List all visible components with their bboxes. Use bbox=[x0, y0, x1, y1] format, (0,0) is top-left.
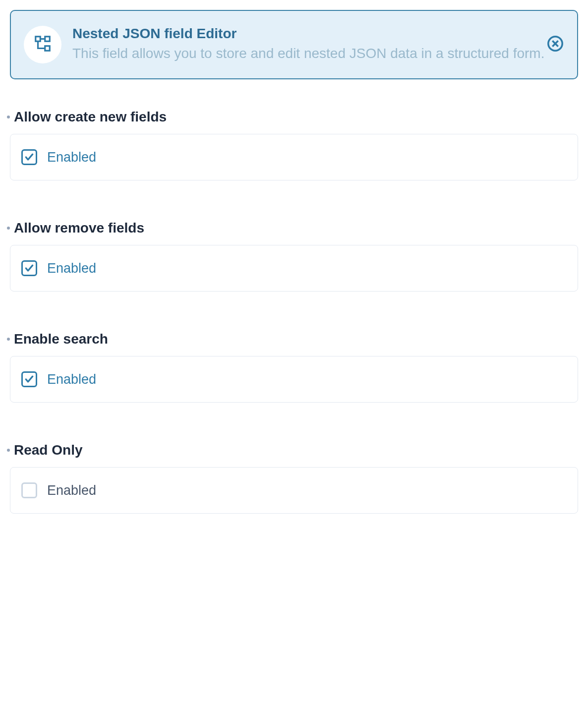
checkbox-label: Enabled bbox=[47, 150, 96, 165]
bullet-icon bbox=[7, 227, 10, 230]
checkbox-allow-create[interactable] bbox=[21, 149, 37, 165]
field-label-row: Allow create new fields bbox=[7, 109, 578, 125]
field-label: Allow remove fields bbox=[14, 220, 144, 236]
check-icon bbox=[24, 263, 34, 273]
field-label: Enable search bbox=[14, 331, 108, 347]
close-button[interactable] bbox=[546, 36, 564, 54]
bullet-icon bbox=[7, 449, 10, 452]
field-read-only: Read Only Enabled bbox=[10, 442, 578, 514]
svg-rect-2 bbox=[45, 46, 50, 51]
svg-rect-1 bbox=[45, 37, 50, 42]
checkbox-read-only[interactable] bbox=[21, 482, 37, 498]
field-label: Allow create new fields bbox=[14, 109, 167, 125]
bullet-icon bbox=[7, 116, 10, 118]
checkbox-enable-search[interactable] bbox=[21, 371, 37, 387]
field-box: Enabled bbox=[10, 134, 578, 180]
checkbox-label: Enabled bbox=[47, 372, 96, 387]
field-enable-search: Enable search Enabled bbox=[10, 331, 578, 403]
info-banner: Nested JSON field Editor This field allo… bbox=[10, 10, 578, 79]
svg-rect-0 bbox=[36, 37, 41, 42]
checkbox-allow-remove[interactable] bbox=[21, 260, 37, 276]
field-box: Enabled bbox=[10, 245, 578, 292]
info-text: Nested JSON field Editor This field allo… bbox=[72, 26, 562, 63]
checkbox-label: Enabled bbox=[47, 261, 96, 276]
field-box: Enabled bbox=[10, 467, 578, 514]
field-label: Read Only bbox=[14, 442, 82, 458]
checkbox-label: Enabled bbox=[47, 483, 96, 498]
info-icon-container bbox=[24, 26, 61, 63]
field-label-row: Allow remove fields bbox=[7, 220, 578, 236]
info-description: This field allows you to store and edit … bbox=[72, 44, 562, 63]
field-label-row: Read Only bbox=[7, 442, 578, 458]
field-allow-remove-fields: Allow remove fields Enabled bbox=[10, 220, 578, 292]
tree-structure-icon bbox=[33, 34, 52, 55]
close-icon bbox=[547, 35, 564, 54]
field-box: Enabled bbox=[10, 356, 578, 403]
check-icon bbox=[24, 152, 34, 162]
check-icon bbox=[24, 374, 34, 384]
bullet-icon bbox=[7, 338, 10, 341]
field-label-row: Enable search bbox=[7, 331, 578, 347]
field-allow-create-new-fields: Allow create new fields Enabled bbox=[10, 109, 578, 180]
info-title: Nested JSON field Editor bbox=[72, 26, 562, 42]
